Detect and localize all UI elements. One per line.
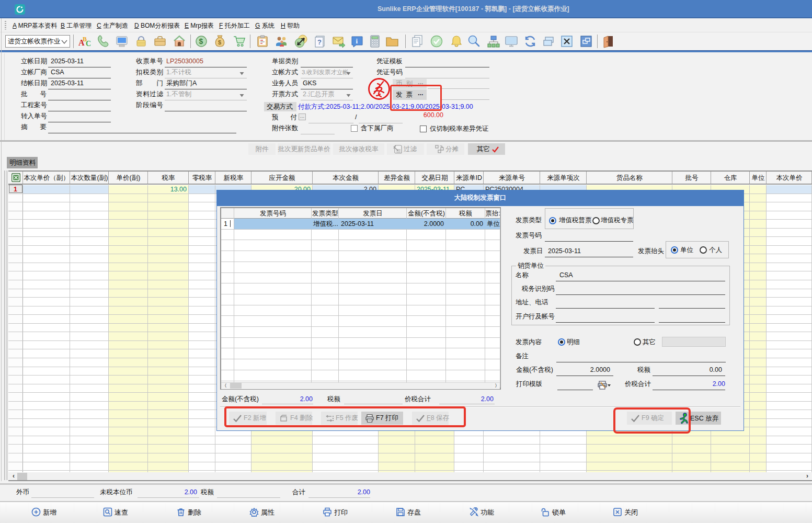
svg-text:i: i [356,37,358,45]
svg-text:$: $ [218,39,221,46]
svg-text:C: C [86,40,91,48]
svg-text:?: ? [317,38,322,46]
svg-text:$: $ [199,37,203,46]
